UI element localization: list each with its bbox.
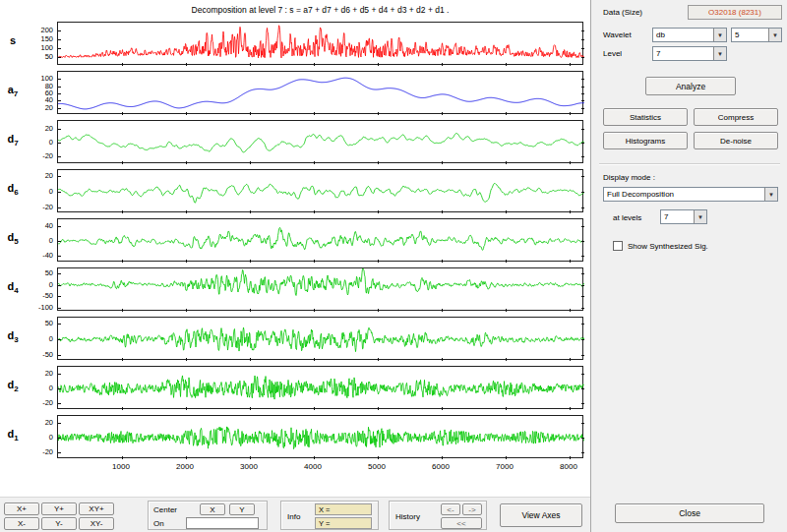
display-mode-value: Full Decomposition: [604, 188, 764, 201]
panel-label: d3: [0, 329, 26, 344]
history-forward-button[interactable]: ->: [462, 503, 482, 515]
y-tick-label: 50: [45, 318, 53, 326]
wavelet-family-select[interactable]: db ▼: [652, 28, 727, 42]
control-panel: Data (Size) O32018 (8231) Wavelet db ▼ 5…: [590, 0, 787, 532]
y-tick-label: 20: [45, 124, 53, 133]
panel-yticks: 20015010050: [28, 22, 55, 65]
x-tick-label: 8000: [560, 462, 577, 471]
plot-axes: [57, 317, 583, 360]
x-tick-label: 5000: [368, 462, 386, 471]
center-on-input[interactable]: [186, 517, 259, 529]
history-label: History: [395, 512, 420, 521]
panel-label: d2: [0, 379, 26, 393]
info-x-field: X =: [315, 503, 372, 515]
histograms-button[interactable]: Histograms: [603, 132, 688, 149]
decomposition-row: d7 200-20: [0, 118, 590, 167]
analyze-button[interactable]: Analyze: [645, 77, 736, 95]
panel-label: d1: [0, 428, 26, 443]
zoom-xy-plus-button[interactable]: XY+: [79, 502, 114, 515]
chevron-down-icon[interactable]: ▼: [764, 188, 777, 201]
plot-axes: [57, 366, 583, 409]
show-synthesized-label: Show Synthesized Sig.: [628, 242, 708, 251]
waveform-canvas: [58, 367, 584, 410]
x-tick-label: 3000: [240, 462, 258, 471]
show-synthesized-checkbox[interactable]: [613, 241, 623, 251]
decomposition-row: d1 200-20: [0, 413, 590, 462]
panel-label-sub: 7: [14, 139, 18, 148]
panel-label-main: s: [10, 34, 16, 46]
panel-label-sub: 6: [14, 188, 18, 197]
panel-yticks: 200-20: [28, 169, 55, 212]
panel-label: d6: [0, 182, 26, 197]
plot-axes: [57, 120, 583, 163]
y-tick-label: 0: [49, 334, 53, 343]
info-y-field: Y =: [315, 517, 372, 529]
plot-axes: [57, 22, 583, 65]
y-tick-label: -100: [38, 302, 53, 311]
compress-button[interactable]: Compress: [694, 108, 778, 126]
history-all-button[interactable]: <<: [441, 517, 482, 529]
panel-label: s: [0, 34, 26, 49]
level-select[interactable]: 7 ▼: [652, 46, 727, 61]
x-tick-label: 4000: [304, 462, 322, 471]
at-levels-label: at levels: [613, 213, 641, 222]
display-mode-label: Display mode :: [603, 173, 655, 182]
y-tick-label: 150: [40, 34, 53, 43]
wavelet-label: Wavelet: [603, 30, 632, 39]
decomposition-row: d3 500-50: [0, 315, 590, 364]
zoom-xy-minus-button[interactable]: XY-: [79, 517, 114, 530]
x-tick-label: 7000: [496, 462, 514, 471]
chevron-down-icon[interactable]: ▼: [694, 210, 706, 223]
y-tick-label: 100: [40, 43, 53, 52]
y-tick-label: 0: [49, 384, 53, 392]
center-x-button[interactable]: X: [200, 503, 225, 515]
panel-yticks: 200-20: [28, 120, 55, 163]
zoom-x-minus-button[interactable]: X-: [4, 517, 39, 530]
y-tick-label: 20: [45, 170, 53, 179]
center-y-button[interactable]: Y: [229, 503, 255, 515]
section-divider: [599, 163, 780, 165]
decomposition-plot-region: Decomposition at level 7 : s = a7 + d7 +…: [0, 0, 590, 497]
denoise-button[interactable]: De-noise: [694, 132, 778, 149]
waveform-canvas: [58, 72, 584, 115]
info-group: Info X = Y =: [280, 501, 379, 530]
y-tick-label: -50: [42, 350, 53, 359]
chevron-down-icon[interactable]: ▼: [713, 29, 726, 41]
wavelet-number-select[interactable]: 5 ▼: [731, 28, 782, 42]
decomposition-rows: s 20015010050 a7 10080604020 d7 200-20: [0, 20, 590, 462]
zoom-y-plus-button[interactable]: Y+: [41, 502, 77, 515]
panel-label: d5: [0, 231, 26, 246]
plot-axes: [57, 218, 583, 262]
zoom-x-plus-button[interactable]: X+: [4, 502, 39, 515]
y-tick-label: -40: [42, 251, 53, 260]
close-button[interactable]: Close: [615, 503, 764, 523]
view-axes-button[interactable]: View Axes: [500, 503, 582, 527]
panel-yticks: 10080604020: [28, 71, 55, 114]
x-axis-labels: 10002000300040005000600070008000: [0, 462, 590, 476]
y-tick-label: 200: [40, 26, 53, 34]
statistics-button[interactable]: Statistics: [603, 108, 688, 126]
at-levels-value: 7: [661, 210, 694, 223]
y-tick-label: 0: [49, 236, 53, 245]
decomposition-row: d2 200-20: [0, 364, 590, 413]
zoom-y-minus-button[interactable]: Y-: [41, 517, 77, 530]
info-label: Info: [287, 512, 300, 521]
at-levels-select[interactable]: 7 ▼: [660, 209, 707, 224]
y-tick-label: 50: [45, 268, 53, 277]
plot-axes: [57, 169, 583, 212]
history-back-button[interactable]: <-: [441, 503, 460, 515]
display-mode-select[interactable]: Full Decomposition ▼: [603, 187, 778, 202]
y-tick-label: -20: [42, 203, 53, 211]
y-tick-label: -20: [42, 150, 53, 159]
x-tick-label: 2000: [176, 462, 194, 471]
chevron-down-icon[interactable]: ▼: [768, 29, 781, 41]
y-tick-label: 50: [45, 52, 53, 61]
plot-axes: [57, 267, 583, 311]
wavelet-number-value: 5: [732, 29, 768, 41]
decomposition-row: d6 200-20: [0, 167, 590, 216]
y-tick-label: 20: [45, 102, 53, 111]
waveform-canvas: [58, 219, 584, 263]
waveform-canvas: [58, 23, 584, 66]
chevron-down-icon[interactable]: ▼: [713, 47, 726, 60]
center-label: Center: [153, 505, 177, 514]
